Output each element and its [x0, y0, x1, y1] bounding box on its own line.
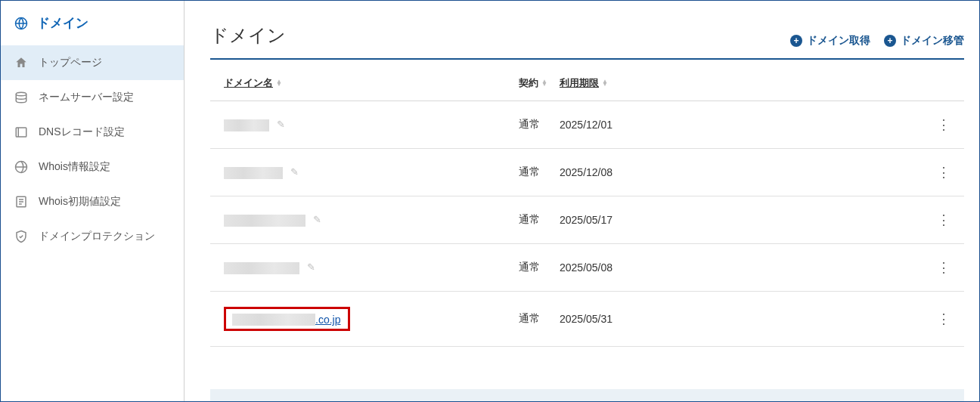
page-header: ドメイン + ドメイン取得 + ドメイン移管 [210, 1, 964, 60]
table-row: ✎通常2025/12/08⋮ [210, 149, 964, 196]
sidebar-item-dns[interactable]: DNSレコード設定 [1, 115, 184, 150]
domain-suffix[interactable]: .co.jp [315, 314, 340, 326]
sidebar-item-top[interactable]: トップページ [1, 45, 184, 80]
date-cell: 2025/05/17 [560, 214, 928, 226]
masked-domain-text[interactable] [224, 167, 283, 179]
edit-icon[interactable]: ✎ [307, 261, 315, 273]
sidebar-header: ドメイン [1, 1, 184, 45]
whois-icon [14, 160, 28, 174]
sidebar-item-label: DNSレコード設定 [39, 125, 125, 139]
sidebar-item-protection[interactable]: ドメインプロテクション [1, 219, 184, 254]
edit-icon[interactable]: ✎ [290, 166, 299, 178]
masked-domain-text [232, 314, 315, 326]
row-menu-button[interactable]: ⋮ [937, 165, 951, 180]
sort-icon: ▲▼ [541, 80, 547, 86]
date-cell: 2025/12/01 [560, 119, 928, 131]
masked-domain-text[interactable] [224, 262, 299, 274]
main-content: ドメイン + ドメイン取得 + ドメイン移管 ドメイン名 ▲▼ 契約 [185, 1, 979, 401]
sort-icon: ▲▼ [602, 80, 608, 86]
sidebar-item-label: Whois情報設定 [39, 160, 110, 174]
shield-icon [14, 230, 28, 243]
contract-cell: 通常 [519, 261, 560, 274]
dns-icon [14, 125, 28, 139]
table-row: ✎通常2025/05/08⋮ [210, 244, 964, 292]
edit-icon[interactable]: ✎ [277, 119, 285, 130]
col-contract-header[interactable]: 契約 ▲▼ [519, 76, 560, 90]
globe-icon [14, 17, 28, 30]
page-actions: + ドメイン取得 + ドメイン移管 [790, 34, 964, 48]
sidebar-item-label: ドメインプロテクション [39, 230, 155, 243]
domain-table: ドメイン名 ▲▼ 契約 ▲▼ 利用期限 ▲▼ ✎通常2025/12/01⋮✎通常… [210, 76, 964, 347]
row-menu-button[interactable]: ⋮ [937, 260, 951, 275]
table-header: ドメイン名 ▲▼ 契約 ▲▼ 利用期限 ▲▼ [210, 76, 964, 101]
sidebar-item-label: Whois初期値設定 [39, 195, 121, 209]
row-menu-button[interactable]: ⋮ [937, 212, 951, 227]
sidebar-item-nameserver[interactable]: ネームサーバー設定 [1, 80, 184, 115]
sidebar-item-label: トップページ [39, 56, 102, 70]
sidebar-item-whois-default[interactable]: Whois初期値設定 [1, 184, 184, 219]
date-cell: 2025/12/08 [560, 166, 928, 178]
acquire-domain-button[interactable]: + ドメイン取得 [790, 34, 870, 48]
action-label: ドメイン移管 [901, 34, 964, 48]
masked-domain-text[interactable] [224, 215, 305, 227]
edit-icon[interactable]: ✎ [313, 214, 321, 225]
nameserver-icon [14, 91, 28, 104]
svg-rect-2 [16, 128, 26, 137]
whois-default-icon [14, 195, 28, 209]
contract-cell: 通常 [519, 118, 560, 131]
contract-cell: 通常 [519, 213, 560, 227]
home-icon [14, 56, 28, 70]
col-domain-header[interactable]: ドメイン名 ▲▼ [224, 76, 519, 90]
table-row: ✎通常2025/12/01⋮ [210, 101, 964, 149]
masked-domain-text[interactable] [224, 119, 269, 131]
page-title: ドメイン [210, 23, 286, 48]
plus-circle-icon: + [790, 35, 802, 47]
table-row: .co.jp通常2025/05/31⋮ [210, 292, 964, 347]
action-label: ドメイン取得 [807, 34, 870, 48]
contract-cell: 通常 [519, 165, 560, 179]
table-row: ✎通常2025/05/17⋮ [210, 196, 964, 244]
sidebar-title: ドメイン [37, 14, 88, 32]
sidebar-item-label: ネームサーバー設定 [39, 91, 134, 104]
sidebar-item-whois[interactable]: Whois情報設定 [1, 150, 184, 184]
row-menu-button[interactable]: ⋮ [937, 117, 951, 132]
highlighted-domain[interactable]: .co.jp [224, 307, 350, 331]
svg-point-1 [16, 92, 26, 96]
date-cell: 2025/05/31 [560, 313, 928, 325]
service-news-box: サービスニュース [210, 389, 964, 401]
contract-cell: 通常 [519, 312, 560, 326]
sort-icon: ▲▼ [276, 80, 282, 86]
plus-circle-icon: + [884, 35, 896, 47]
date-cell: 2025/05/08 [560, 261, 928, 274]
row-menu-button[interactable]: ⋮ [937, 311, 951, 326]
transfer-domain-button[interactable]: + ドメイン移管 [884, 34, 964, 48]
col-date-header[interactable]: 利用期限 ▲▼ [560, 76, 928, 90]
sidebar: ドメイン トップページ ネームサーバー設定 DNSレコード設定 Whois情報設 [1, 1, 185, 401]
